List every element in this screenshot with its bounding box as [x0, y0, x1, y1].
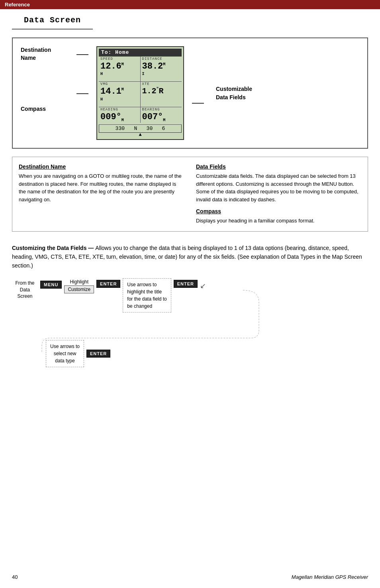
- highlight-label: Highlight: [70, 279, 88, 285]
- customizing-text: Customizing the Data Fields — Allows you…: [12, 244, 368, 270]
- reference-bar: Reference: [0, 0, 380, 9]
- customizable-label: CustomizableData Fields: [212, 46, 252, 140]
- step4-dashed-box: Use arrows toselect newdata type: [46, 340, 84, 367]
- flow-from-label: From theDataScreen: [15, 280, 34, 300]
- compass-desc-heading: Compass: [196, 208, 361, 214]
- destination-desc-text: When you are navigating on a GOTO or mul…: [19, 172, 184, 203]
- device-diagram: DestinationName Compass To: Home SPEED D…: [12, 37, 368, 149]
- data-fields-desc-heading: Data Fields: [196, 163, 361, 170]
- enter-button-1[interactable]: ENTER: [96, 280, 120, 288]
- gps-screen: To: Home SPEED DISTANCE 12.6MH 38.2MI: [96, 46, 184, 140]
- destination-label: DestinationName: [21, 46, 69, 62]
- compass-label: Compass: [21, 106, 69, 112]
- enter-button-3[interactable]: ENTER: [86, 350, 110, 358]
- data-fields-desc-text: Customizable data fields. The data displ…: [196, 172, 361, 203]
- description-section: Destination Name When you are navigating…: [12, 157, 368, 232]
- gps-header: To: Home: [99, 49, 182, 56]
- reference-label: Reference: [5, 2, 30, 8]
- destination-description: Destination Name When you are navigating…: [19, 163, 184, 225]
- compass-strip: 330 N 30 6: [99, 124, 182, 133]
- page-footer: 40 Magellan Meridian GPS Receiver: [12, 574, 368, 580]
- menu-button[interactable]: MENU: [40, 281, 62, 289]
- enter-button-2[interactable]: ENTER: [174, 280, 198, 288]
- brand-name: Magellan Meridian GPS Receiver: [292, 574, 368, 580]
- destination-desc-heading: Destination Name: [19, 163, 184, 170]
- compass-arrow: ▲: [99, 132, 182, 138]
- step3-dashed-box: Use arrows tohighlight the titlefor the …: [123, 278, 171, 313]
- curve-arrow: ↙: [200, 278, 206, 290]
- compass-desc-text: Displays your heading in a familiar comp…: [196, 217, 361, 225]
- page-number: 40: [12, 574, 18, 580]
- data-fields-description: Data Fields Customizable data fields. Th…: [196, 163, 361, 225]
- page-title: Data Screen: [12, 13, 93, 29]
- customize-box: Customize: [64, 285, 94, 293]
- device-labels-left: DestinationName Compass: [21, 46, 69, 140]
- flow-diagram: From theDataScreen MENU Highlight Custom…: [12, 278, 368, 370]
- customizing-section: Customizing the Data Fields — Allows you…: [0, 240, 380, 378]
- customizing-heading: Customizing the Data Fields —: [12, 245, 95, 251]
